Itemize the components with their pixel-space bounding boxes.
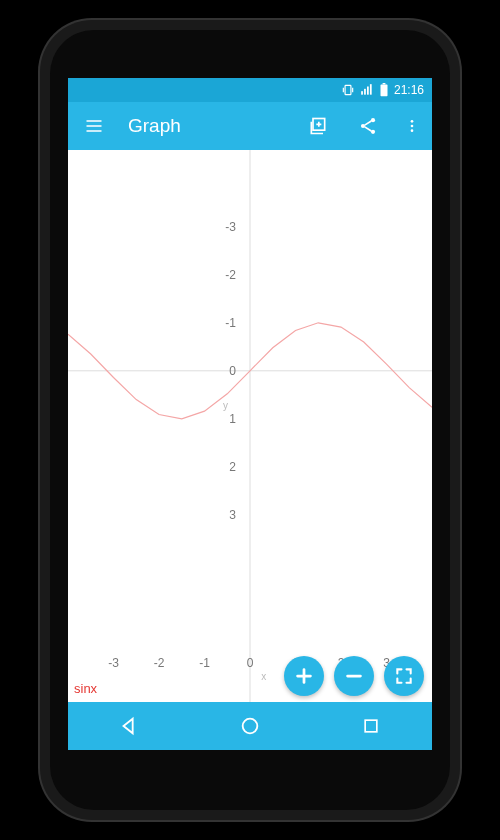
page-title: Graph	[128, 115, 284, 137]
svg-text:-2: -2	[154, 656, 165, 670]
home-button[interactable]	[220, 706, 280, 746]
recent-button[interactable]	[341, 706, 401, 746]
svg-point-11	[411, 120, 414, 123]
svg-text:1: 1	[229, 412, 236, 426]
svg-rect-0	[345, 85, 351, 94]
zoom-out-button[interactable]	[334, 656, 374, 696]
share-button[interactable]	[352, 110, 384, 142]
svg-text:x: x	[261, 671, 266, 682]
svg-text:-1: -1	[199, 656, 210, 670]
svg-rect-33	[365, 720, 377, 732]
phone-frame: 21:16 Graph 3210-1-2-3y-	[40, 20, 460, 820]
svg-text:0: 0	[229, 364, 236, 378]
svg-rect-6	[380, 84, 387, 96]
graph-canvas[interactable]: 3210-1-2-3y-3-2-10123x	[68, 150, 432, 702]
svg-point-12	[411, 125, 414, 128]
screen: 21:16 Graph 3210-1-2-3y-	[68, 78, 432, 750]
svg-rect-5	[383, 83, 386, 84]
svg-text:0: 0	[247, 656, 254, 670]
svg-point-32	[243, 719, 258, 734]
svg-text:y: y	[223, 400, 228, 411]
back-button[interactable]	[99, 706, 159, 746]
svg-rect-3	[367, 87, 369, 95]
svg-rect-4	[370, 84, 372, 95]
fit-screen-button[interactable]	[384, 656, 424, 696]
svg-text:-1: -1	[225, 316, 236, 330]
svg-text:3: 3	[229, 508, 236, 522]
vibrate-icon	[341, 83, 355, 97]
svg-text:-3: -3	[108, 656, 119, 670]
app-bar: Graph	[68, 102, 432, 150]
clock-text: 21:16	[394, 83, 424, 97]
svg-rect-2	[364, 89, 366, 95]
svg-text:2: 2	[229, 460, 236, 474]
svg-rect-1	[361, 91, 363, 95]
nav-bar	[68, 702, 432, 750]
graph-area[interactable]: 3210-1-2-3y-3-2-10123x sinx	[68, 150, 432, 702]
add-button[interactable]	[302, 110, 334, 142]
zoom-in-button[interactable]	[284, 656, 324, 696]
svg-point-13	[411, 129, 414, 132]
status-bar: 21:16	[68, 78, 432, 102]
hamburger-icon[interactable]	[78, 110, 110, 142]
svg-text:-3: -3	[225, 220, 236, 234]
function-label: sinx	[74, 681, 97, 696]
signal-icon	[360, 83, 374, 97]
phone-inner: 21:16 Graph 3210-1-2-3y-	[50, 30, 450, 810]
svg-text:-2: -2	[225, 268, 236, 282]
battery-icon	[379, 83, 389, 97]
overflow-menu-button[interactable]	[402, 110, 422, 142]
fab-row	[284, 656, 424, 696]
